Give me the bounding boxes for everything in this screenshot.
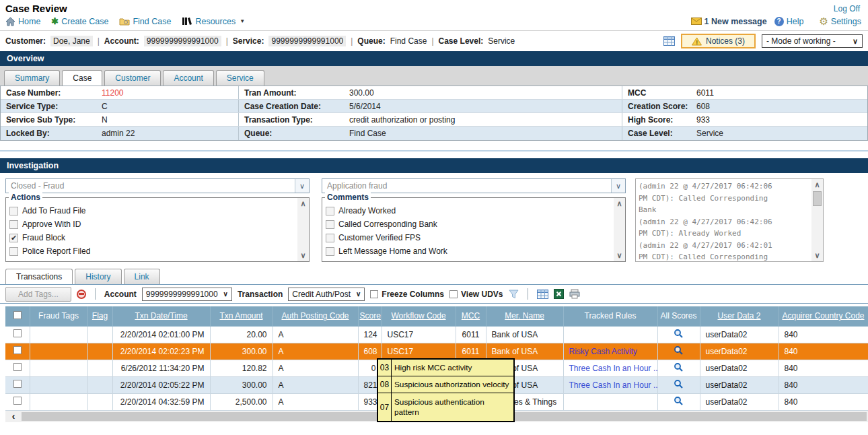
col-score[interactable]: Score: [358, 306, 382, 326]
help-link[interactable]: ? Help: [774, 17, 804, 26]
col-mer-name[interactable]: Mer. Name: [486, 306, 563, 326]
nav-create-case[interactable]: ✱ Create Case: [51, 16, 108, 26]
warning-icon: !: [692, 37, 702, 46]
no-entry-icon[interactable]: [77, 290, 86, 299]
checkbox[interactable]: [326, 207, 334, 215]
tab-case[interactable]: Case: [62, 70, 102, 86]
comment-checkbox-item[interactable]: Called Corresponding Bank: [326, 218, 625, 231]
filter-icon[interactable]: [509, 290, 519, 299]
checkbox[interactable]: [9, 207, 18, 215]
col-flag[interactable]: Flag: [87, 306, 112, 326]
scrollbar[interactable]: ∧∨: [614, 198, 625, 261]
txn-datetime-cell: 2/20/2014 02:05:22 PM: [112, 376, 210, 393]
row-checkbox[interactable]: [13, 329, 22, 337]
scroll-left-icon[interactable]: ‹: [5, 411, 22, 421]
case-status-select[interactable]: Closed - Fraud ∨: [5, 178, 310, 193]
nav-find-case[interactable]: Find Case: [119, 17, 171, 26]
freeze-columns-checkbox[interactable]: [370, 290, 378, 298]
select-all-header: [5, 306, 30, 326]
page-title: Case Review: [5, 3, 67, 14]
col-txn-amount[interactable]: Txn Amount: [210, 306, 273, 326]
tab-transactions[interactable]: Transactions: [5, 269, 73, 284]
fraud-type-select[interactable]: Application fraud ∨: [322, 178, 626, 193]
checkbox[interactable]: [9, 220, 18, 229]
row-checkbox[interactable]: [13, 397, 22, 405]
log-off-link[interactable]: Log Off: [834, 4, 860, 13]
col-mcc[interactable]: MCC: [456, 306, 486, 326]
settings-link[interactable]: ⚙ Settings: [819, 16, 861, 26]
chevron-down-icon: ∨: [223, 290, 228, 298]
checkbox[interactable]: [9, 247, 18, 256]
magnifier-icon[interactable]: [674, 362, 684, 372]
separator: |: [98, 36, 100, 46]
magnifier-icon[interactable]: [674, 396, 684, 406]
magnifier-icon[interactable]: [674, 329, 684, 339]
action-checkbox-item[interactable]: Add To Fraud File: [9, 204, 309, 218]
checkbox[interactable]: [9, 234, 18, 242]
field-label: Creation Score:: [622, 100, 691, 112]
transaction-select[interactable]: Credit Auth/Post ∨: [288, 288, 365, 301]
row-checkbox[interactable]: [13, 380, 22, 388]
scroll-up-icon[interactable]: ∧: [616, 200, 622, 207]
view-udvs-checkbox[interactable]: [449, 290, 458, 298]
checkbox[interactable]: [326, 234, 334, 242]
row-checkbox[interactable]: [13, 346, 22, 354]
add-tags-button[interactable]: Add Tags...: [5, 287, 71, 302]
col-auth-posting-code[interactable]: Auth Posting Code: [273, 306, 358, 326]
comment-checkbox-item[interactable]: Customer Verified FPS: [326, 231, 625, 244]
tab-link[interactable]: Link: [124, 269, 160, 284]
scroll-down-icon[interactable]: ∨: [616, 252, 622, 259]
tab-account[interactable]: Account: [163, 70, 213, 86]
field-value: 608: [691, 100, 867, 112]
magnifier-icon[interactable]: [674, 379, 684, 389]
table-header-row: Fraud Tags Flag Txn Date/Time Txn Amount…: [5, 306, 868, 326]
chevron-down-icon: ∨: [853, 37, 858, 46]
scroll-down-icon[interactable]: ∨: [814, 252, 820, 259]
mode-of-working-select[interactable]: - Mode of working - ∨: [762, 34, 863, 48]
home-icon: [5, 17, 15, 26]
action-checkbox-item[interactable]: Approve With ID: [9, 218, 309, 231]
tracked-rule-link[interactable]: Three Cash In an Hour ...: [569, 364, 658, 373]
print-icon[interactable]: [569, 289, 580, 299]
scrollbar[interactable]: ∧∨: [297, 198, 309, 261]
all-scores-cell: [657, 343, 700, 360]
grid-view-icon[interactable]: [663, 36, 675, 46]
checkbox[interactable]: [326, 220, 334, 229]
tab-customer[interactable]: Customer: [104, 70, 161, 86]
action-checkbox-item[interactable]: Fraud Block: [9, 231, 309, 244]
scrollbar[interactable]: ∧∨: [811, 179, 823, 261]
new-message-link[interactable]: 1 New message: [691, 17, 767, 26]
nav-home[interactable]: Home: [5, 17, 40, 26]
tracked-rule-link[interactable]: Three Cash In an Hour ...: [569, 380, 658, 390]
select-all-checkbox[interactable]: [13, 311, 22, 319]
col-acquirer-country-code[interactable]: Acquirer Country Code: [779, 306, 868, 326]
col-workflow-code[interactable]: Workflow Code: [382, 306, 456, 326]
magnifier-icon[interactable]: [674, 345, 684, 356]
account-select[interactable]: 9999999999991000 ∨: [142, 288, 232, 301]
comment-checkbox-item[interactable]: Left Message Home and Work: [326, 244, 625, 258]
col-txn-datetime[interactable]: Txn Date/Time: [112, 306, 210, 326]
case-log-textarea[interactable]: (admin 22 @ 4/27/2017 06:42:06 PM CDT): …: [635, 178, 824, 262]
action-checkbox-item[interactable]: Police Report Filed: [9, 244, 309, 258]
svg-text:!: !: [696, 39, 698, 46]
tab-service[interactable]: Service: [216, 70, 264, 86]
row-checkbox[interactable]: [13, 363, 22, 371]
tab-history[interactable]: History: [75, 269, 121, 284]
tracked-rule-link[interactable]: Risky Cash Activity: [569, 347, 637, 356]
col-user-data-2[interactable]: User Data 2: [700, 306, 779, 326]
tab-summary[interactable]: Summary: [4, 70, 60, 86]
customer-value: Doe, Jane: [50, 36, 93, 46]
nav-resources[interactable]: Resources ▼: [182, 17, 245, 26]
rule-text: Suspicious authorization velocity: [392, 376, 513, 393]
fraud-tags-cell: [30, 376, 87, 393]
notices-button[interactable]: ! Notices (3): [681, 34, 756, 48]
scroll-up-icon[interactable]: ∧: [814, 181, 820, 189]
export-excel-icon[interactable]: [554, 289, 564, 299]
scroll-down-icon[interactable]: ∨: [300, 252, 305, 259]
tooltip-row: 08 Suspicious authorization velocity: [378, 376, 513, 393]
scroll-thumb[interactable]: [813, 191, 822, 206]
checkbox[interactable]: [326, 247, 334, 256]
comment-checkbox-item[interactable]: Already Worked: [326, 204, 625, 218]
scroll-up-icon[interactable]: ∧: [300, 200, 305, 207]
grid-view-icon[interactable]: [537, 290, 548, 299]
